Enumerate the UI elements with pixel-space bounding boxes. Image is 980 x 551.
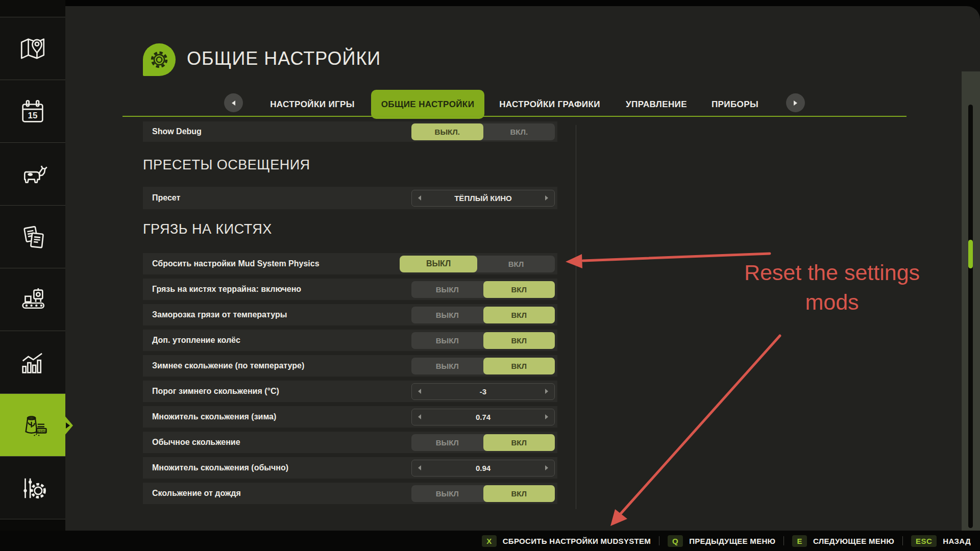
sliders-gear-icon: [18, 473, 47, 503]
page-title-badge: [143, 43, 176, 76]
key-badge-q: Q: [668, 535, 683, 547]
sidebar-item-animals[interactable]: [0, 142, 65, 206]
calendar-icon: 15: [18, 97, 47, 127]
sidebar: 15: [0, 0, 65, 551]
chevron-left-icon: [232, 101, 235, 106]
action-esc[interactable]: ESCНАЗАД: [911, 535, 971, 547]
value-selector[interactable]: -3: [411, 383, 555, 400]
settings-row-label: Show Debug: [152, 127, 202, 136]
sidebar-item-calendar[interactable]: 15: [0, 80, 65, 143]
page-title: ОБЩИЕ НАСТРОЙКИ: [187, 48, 381, 69]
toggle-off-option[interactable]: ВЫКЛ: [411, 485, 483, 502]
bottom-bar-separator: [659, 536, 659, 545]
toggle-on-option[interactable]: ВКЛ: [477, 256, 555, 272]
tab-4[interactable]: УПРАВЛЕНИЕ: [627, 90, 686, 119]
action-label: СБРОСИТЬ НАСТРОЙКИ MUDSYSTEM: [503, 537, 651, 545]
value-selector[interactable]: 0.94: [411, 460, 555, 477]
action-label: СЛЕДУЮЩЕЕ МЕНЮ: [813, 537, 894, 545]
toggle-on-option[interactable]: ВКЛ.: [483, 123, 555, 140]
bottom-bar-separator: [783, 536, 784, 545]
selector-next-icon[interactable]: [545, 414, 548, 419]
settings-row-label: Множитель скольжения (зима): [152, 412, 276, 421]
toggle-off-option[interactable]: ВЫКЛ: [411, 307, 483, 323]
tab-3[interactable]: НАСТРОЙКИ ГРАФИКИ: [500, 90, 600, 119]
sidebar-item-statistics[interactable]: [0, 331, 65, 394]
selector-value: 0.94: [421, 464, 545, 472]
settings-row-label: Доп. утопление колёс: [152, 336, 240, 345]
action-q[interactable]: QПРЕДЫДУЩЕЕ МЕНЮ: [668, 535, 775, 547]
toggle-off[interactable]: ВЫКЛ.ВКЛ.: [411, 123, 555, 140]
tab-1[interactable]: НАСТРОЙКИ ИГРЫ: [269, 90, 356, 119]
toggle-on-option[interactable]: ВКЛ: [483, 434, 555, 451]
value-selector[interactable]: 0.74: [411, 409, 555, 425]
bottom-bar-separator: [902, 536, 903, 545]
settings-row-label: Зимнее скольжение (по температуре): [152, 361, 304, 370]
sidebar-item-contracts[interactable]: [0, 205, 65, 268]
toggle-on-option[interactable]: ВКЛ: [483, 332, 555, 349]
key-badge-esc: ESC: [911, 535, 937, 547]
toggle-on[interactable]: ВЫКЛВКЛ: [411, 358, 555, 374]
toggle-on[interactable]: ВЫКЛВКЛ: [411, 434, 555, 451]
selector-next-icon[interactable]: [545, 389, 548, 394]
scrollbar-track[interactable]: [968, 105, 973, 528]
production-icon: [18, 285, 47, 315]
toggle-on-option[interactable]: ВКЛ: [483, 358, 555, 374]
content-divider: [576, 125, 576, 509]
toggle-off-option[interactable]: ВЫКЛ: [411, 332, 483, 349]
selector-next-icon[interactable]: [545, 465, 548, 470]
documents-icon: [18, 222, 47, 252]
tabs-prev-button[interactable]: [224, 93, 243, 112]
action-label: ПРЕДЫДУЩЕЕ МЕНЮ: [689, 537, 775, 545]
settings-row-label: Сбросить настройки Mud System Physics: [152, 259, 320, 268]
sidebar-item-production[interactable]: [0, 268, 65, 331]
toggle-off-option[interactable]: ВЫКЛ: [411, 434, 483, 451]
calendar-day-label: 15: [28, 111, 38, 120]
scrollbar-thumb[interactable]: [968, 240, 973, 268]
toggle-off-option[interactable]: ВЫКЛ.: [411, 123, 483, 140]
tabs-next-button[interactable]: [786, 93, 805, 112]
map-pin-icon: [18, 34, 47, 64]
tabs-underline: [122, 116, 906, 117]
tab-5[interactable]: ПРИБОРЫ: [711, 90, 759, 119]
sidebar-item-mud-system[interactable]: 12345L: [0, 393, 65, 457]
value-selector[interactable]: ТЁПЛЫЙ КИНО: [411, 190, 555, 207]
key-badge-x: X: [482, 535, 497, 547]
action-label: НАЗАД: [943, 537, 971, 545]
active-item-arrow-icon: [66, 422, 70, 429]
key-badge-e: E: [792, 535, 807, 547]
settings-row-label: Заморозка грязи от температуры: [152, 310, 287, 319]
bottom-action-bar: XСБРОСИТЬ НАСТРОЙКИ MUDSYSTEMQПРЕДЫДУЩЕЕ…: [0, 531, 980, 551]
section-header: ГРЯЗЬ НА КИСТЯХ: [143, 221, 272, 237]
toggle-on-option[interactable]: ВКЛ: [483, 281, 555, 298]
toggle-on-option[interactable]: ВКЛ: [483, 307, 555, 323]
action-e[interactable]: EСЛЕДУЮЩЕЕ МЕНЮ: [792, 535, 894, 547]
selector-value: -3: [421, 387, 545, 396]
toggle-off-option[interactable]: ВЫКЛ: [411, 281, 483, 298]
tab-2[interactable]: ОБЩИЕ НАСТРОЙКИ: [371, 90, 484, 119]
action-x[interactable]: XСБРОСИТЬ НАСТРОЙКИ MUDSYSTEM: [482, 535, 651, 547]
settings-row-label: Грязь на кистях террайна: включено: [152, 285, 301, 294]
cow-icon: [18, 160, 47, 189]
settings-row-label: Обычное скольжение: [152, 438, 240, 447]
settings-row-label: Скольжение от дождя: [152, 489, 241, 498]
toggle-on[interactable]: ВЫКЛВКЛ: [411, 307, 555, 323]
selector-next-icon[interactable]: [545, 195, 548, 201]
toggle-on-option[interactable]: ВКЛ: [483, 485, 555, 502]
selector-value: 0.74: [421, 413, 545, 421]
toggle-on[interactable]: ВЫКЛВКЛ: [411, 485, 555, 502]
section-header: ПРЕСЕТЫ ОСВЕЩЕНИЯ: [143, 157, 310, 173]
settings-screen: 15: [0, 0, 980, 551]
toggle-off-option[interactable]: ВЫКЛ: [400, 256, 477, 272]
settings-row-label: Множитель скольжения (обычно): [152, 463, 288, 472]
settings-row-label: Пресет: [152, 193, 180, 203]
toggle-off-option[interactable]: ВЫКЛ: [411, 358, 483, 374]
sidebar-item-settings[interactable]: [0, 456, 65, 519]
sidebar-item-map[interactable]: [0, 17, 65, 80]
toggle-on[interactable]: ВЫКЛВКЛ: [411, 281, 555, 298]
chevron-right-icon: [794, 101, 797, 106]
toggle-off[interactable]: ВЫКЛВКЛ: [400, 256, 555, 272]
gear-icon: [149, 49, 170, 70]
toggle-on[interactable]: ВЫКЛВКЛ: [411, 332, 555, 349]
seed-bag-tag-label: 12345L: [36, 429, 47, 432]
seed-bag-icon: 12345L: [18, 411, 47, 440]
